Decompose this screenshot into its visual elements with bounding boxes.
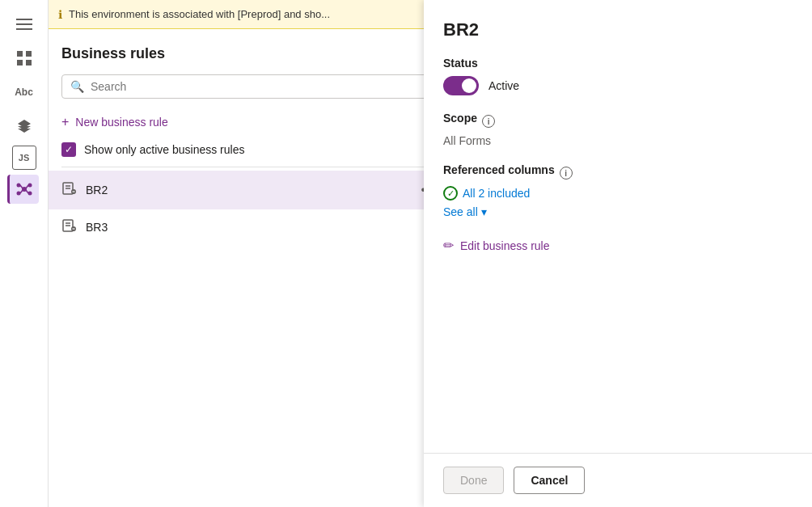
nav-sidebar: Abc JS [0,0,49,507]
rule-list: BR2 ••• BR3 [49,171,452,507]
ref-columns-label-row: Referenced columns i [443,163,793,183]
done-button: Done [443,467,504,494]
status-value: Active [488,79,519,92]
panel-header: Business rules × [49,29,452,74]
svg-point-10 [16,192,20,196]
svg-line-14 [20,190,23,193]
show-active-label: Show only active business rules [84,143,244,156]
check-circle-icon: ✓ [443,186,458,201]
svg-rect-0 [16,19,32,20]
svg-line-13 [26,185,28,188]
main-area: ℹ This environment is associated with [P… [49,0,812,507]
svg-rect-4 [26,51,32,57]
nav-flow[interactable] [7,175,39,204]
svg-rect-3 [17,51,23,57]
nav-hamburger[interactable] [10,10,39,39]
ref-columns-info-icon[interactable]: i [560,167,573,180]
nav-js[interactable]: JS [12,146,36,170]
scope-info-icon[interactable]: i [482,115,495,128]
svg-rect-2 [16,28,32,30]
ref-columns-value[interactable]: All 2 included [463,187,530,200]
detail-content: BR2 Status Active Scope i [424,0,812,453]
nav-layers[interactable] [10,112,39,141]
svg-rect-1 [16,23,32,25]
toggle-thumb [462,78,476,93]
new-rule-label: New business rule [75,116,167,129]
status-label: Status [443,57,793,70]
toggle-track [443,76,479,95]
nav-text[interactable]: Abc [10,78,39,107]
rule-icon-br3 [61,218,78,236]
detail-panel: BR2 Status Active Scope i [424,0,812,507]
svg-point-9 [27,184,32,188]
new-business-rule-button[interactable]: + New business rule [49,108,452,136]
rule-icon-br2 [61,180,78,200]
cancel-button[interactable]: Cancel [514,467,585,494]
scope-label: Scope [443,112,477,125]
chevron-down-icon: ▾ [481,205,487,218]
rule-label-br3: BR3 [86,221,108,234]
svg-point-11 [27,192,32,196]
search-input[interactable] [91,80,430,93]
svg-rect-5 [17,60,23,65]
notice-info-icon: ℹ [58,8,62,21]
see-all-button[interactable]: See all ▾ [443,205,793,218]
plus-icon: + [61,115,69,129]
detail-footer: Done Cancel [424,453,812,507]
svg-line-12 [20,185,23,188]
svg-line-15 [26,190,28,193]
business-rules-panel: Business rules × 🔍 + New business rule ✓… [49,29,453,507]
detail-title: BR2 [443,19,793,40]
notice-text: This environment is associated with [Pre… [69,8,330,20]
search-icon: 🔍 [70,80,84,93]
rule-label-br2: BR2 [86,184,108,196]
toggle-row: Active [443,76,793,95]
status-toggle[interactable] [443,76,479,95]
edit-business-rule-button[interactable]: ✏ Edit business rule [443,234,793,256]
ref-columns-value-row: ✓ All 2 included [443,186,793,201]
ref-columns-label: Referenced columns [443,163,555,176]
status-section: Status Active [443,57,793,95]
svg-rect-6 [26,60,32,65]
rule-item-br2[interactable]: BR2 ••• [49,171,452,209]
scope-section: Scope i All Forms [443,112,793,147]
rule-item-br3[interactable]: BR3 [49,209,452,244]
nav-grid[interactable] [10,44,39,73]
edit-rule-label: Edit business rule [460,239,550,252]
divider [61,167,439,167]
show-active-checkbox-row[interactable]: ✓ Show only active business rules [49,136,452,163]
ref-columns-section: Referenced columns i ✓ All 2 included Se… [443,163,793,218]
checkbox-checked-icon: ✓ [61,142,76,157]
svg-point-8 [16,184,20,188]
scope-value: All Forms [443,134,793,147]
edit-icon: ✏ [443,238,454,253]
scope-label-row: Scope i [443,112,793,131]
see-all-label: See all [443,205,478,218]
search-box[interactable]: 🔍 [61,74,439,99]
panel-title: Business rules [61,45,165,62]
